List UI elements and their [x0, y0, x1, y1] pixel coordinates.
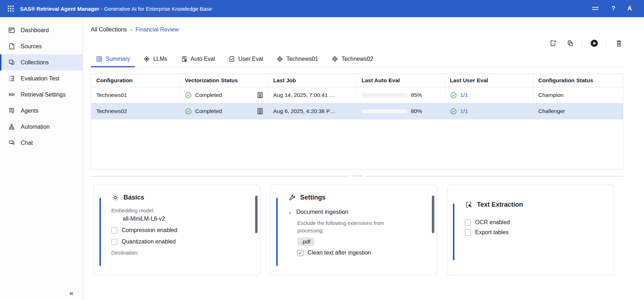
sidebar-item-label: Sources	[21, 43, 42, 50]
cell-vectorization-status: Completed	[180, 103, 268, 119]
preferences-sliders-icon[interactable]	[591, 5, 599, 13]
basics-scrollbar[interactable]	[255, 196, 258, 233]
destination-label: Destination:	[111, 250, 249, 256]
ocr-enabled-checkbox[interactable]: OCR enabled	[465, 219, 603, 226]
check-circle-icon	[185, 92, 192, 99]
run-icon[interactable]	[590, 39, 599, 48]
sources-icon	[8, 43, 15, 50]
job-log-icon[interactable]	[257, 92, 263, 98]
checkbox-unchecked-icon	[111, 227, 117, 233]
user-eval-link[interactable]: 1/1	[460, 108, 468, 114]
cell-last-job: Aug 6, 2025, 4:20:38 P…	[268, 103, 356, 119]
tab-label: Auto Eval	[191, 56, 215, 62]
collections-icon	[8, 59, 15, 66]
column-header-last-job[interactable]: Last Job	[268, 74, 356, 87]
column-header-vectorization-status[interactable]: Vectorization Status	[180, 74, 268, 87]
tab-label: Technews02	[341, 56, 373, 62]
config-diamonds-icon	[332, 56, 338, 62]
tab-user-eval[interactable]: User Eval	[224, 53, 268, 67]
app-grid-icon[interactable]	[7, 5, 15, 13]
tab-summary[interactable]: Summary	[91, 53, 135, 67]
configuration-detail-cards: Basics Embedding model: all-MiniLM-L6-v2…	[91, 185, 623, 276]
top-bar: SAS® Retrieval Agent Manager - Generativ…	[0, 0, 644, 17]
cell-last-job: Aug 14, 2025, 7:00:41 …	[268, 87, 356, 103]
sidebar-item-evaluation-test[interactable]: Evaluation Test	[0, 70, 83, 87]
chevron-down-icon: ⌄	[288, 209, 292, 215]
auto-eval-icon	[181, 56, 187, 62]
tab-technews01[interactable]: Technews01	[272, 53, 323, 67]
embedding-model-label: Embedding model:	[111, 208, 249, 213]
check-circle-icon	[450, 92, 457, 99]
table-row[interactable]: Technews01 Completed Aug 14, 2025, 7:00:…	[91, 87, 623, 103]
config-diamonds-icon	[277, 56, 283, 62]
card-accent-bar	[276, 198, 278, 266]
column-header-configuration-status[interactable]: Configuration Status	[533, 74, 623, 87]
cell-last-auto-eval: 85%	[356, 87, 445, 103]
gear-icon	[111, 193, 119, 201]
checkbox-unchecked-icon	[465, 220, 471, 226]
job-log-icon[interactable]	[257, 108, 263, 114]
auto-eval-percent: 85%	[411, 92, 422, 98]
tab-technews02[interactable]: Technews02	[327, 53, 378, 67]
toolbar-divider	[606, 40, 607, 47]
panel-splitter[interactable]: ····	[91, 174, 623, 178]
compression-enabled-checkbox[interactable]: Compression enabled	[111, 227, 249, 233]
checkbox-label: Export tables	[475, 229, 508, 236]
tab-llms[interactable]: LLMs	[138, 53, 172, 67]
automation-icon	[8, 123, 15, 131]
clean-text-checkbox[interactable]: ✓ Clean text after ingestion	[297, 250, 426, 256]
toolbar-divider	[582, 40, 582, 47]
column-header-last-user-eval[interactable]: Last User Eval	[445, 74, 533, 87]
checkbox-unchecked-icon	[465, 230, 471, 236]
sidebar: Dashboard Sources Collections	[0, 17, 83, 300]
column-header-last-auto-eval[interactable]: Last Auto Eval	[356, 74, 445, 87]
sidebar-item-label: Collections	[21, 59, 49, 66]
sidebar-item-automation[interactable]: Automation	[0, 119, 83, 135]
table-row-selected[interactable]: Technews02 Completed Aug 6, 2025, 4:20:3…	[91, 103, 623, 119]
quantization-enabled-checkbox[interactable]: Quantization enabled	[111, 238, 249, 245]
settings-card: Settings ⌄ Document ingestion Exclude th…	[270, 185, 437, 276]
breadcrumb-all-collections[interactable]: All Collections	[91, 26, 127, 33]
user-eval-icon	[229, 56, 235, 62]
chat-icon	[8, 139, 15, 147]
tab-label: Summary	[106, 56, 130, 62]
settings-scrollbar[interactable]	[432, 196, 434, 233]
splitter-handle-icon[interactable]: ····	[349, 174, 365, 177]
sidebar-item-collections[interactable]: Collections	[0, 54, 83, 70]
extension-chip: .pdf	[297, 237, 314, 246]
tab-auto-eval[interactable]: Auto Eval	[176, 53, 220, 67]
checkbox-label: Quantization enabled	[122, 238, 176, 245]
delete-icon[interactable]	[615, 39, 623, 48]
copy-icon[interactable]	[565, 39, 574, 48]
auto-eval-progress-bar	[362, 93, 408, 97]
app-title: SAS® Retrieval Agent Manager - Generativ…	[20, 6, 212, 12]
new-collection-icon[interactable]	[549, 39, 557, 48]
sidebar-item-sources[interactable]: Sources	[0, 38, 83, 54]
document-ingestion-section[interactable]: ⌄ Document ingestion	[288, 208, 426, 215]
wrench-icon	[288, 193, 296, 201]
status-text: Completed	[195, 108, 254, 114]
export-tables-checkbox[interactable]: Export tables	[465, 229, 603, 236]
help-icon[interactable]: ?	[611, 5, 615, 12]
checkbox-checked-icon: ✓	[297, 250, 303, 256]
column-header-configuration[interactable]: Configuration	[91, 74, 180, 87]
configurations-table: Configuration Vectorization Status Last …	[91, 74, 623, 169]
sidebar-item-chat[interactable]: Chat	[0, 135, 83, 151]
dashboard-icon	[8, 27, 15, 34]
exclude-extensions-label: Exclude the following extensions from pr…	[297, 220, 405, 235]
user-avatar[interactable]: A	[628, 5, 632, 12]
breadcrumb-current-collection[interactable]: Financial Review	[136, 26, 179, 33]
cell-configuration: Technews01	[91, 87, 180, 103]
sidebar-item-dashboard[interactable]: Dashboard	[0, 22, 83, 38]
sidebar-item-label: Evaluation Test	[21, 75, 59, 82]
sidebar-item-retrieval-settings[interactable]: Retrieval Settings	[0, 87, 83, 103]
table-header-row: Configuration Vectorization Status Last …	[91, 74, 623, 87]
main-content: All Collections › Financial Review	[83, 17, 644, 300]
sidebar-item-agents[interactable]: Agents	[0, 103, 83, 119]
check-circle-icon	[185, 108, 192, 115]
collection-toolbar	[91, 38, 623, 49]
sidebar-collapse-button[interactable]: «	[69, 289, 73, 297]
user-eval-link[interactable]: 1/1	[460, 92, 468, 98]
cell-last-user-eval: 1/1	[445, 103, 533, 119]
sidebar-item-label: Agents	[21, 108, 39, 114]
